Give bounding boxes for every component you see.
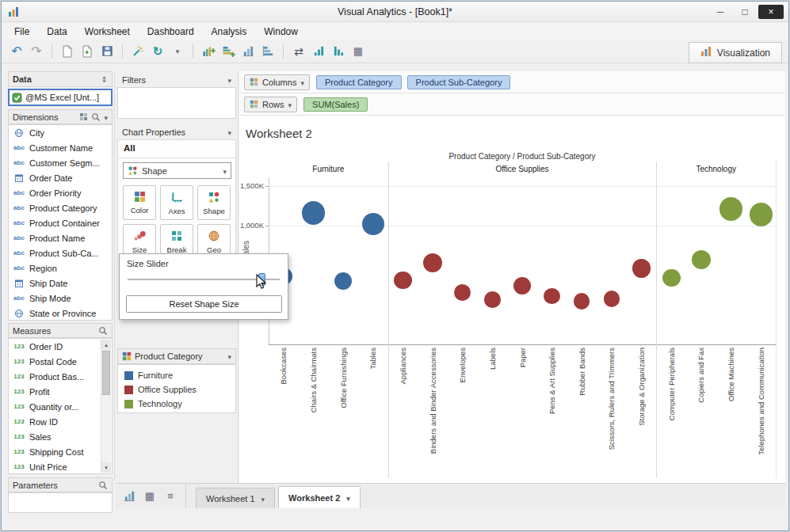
dimension-item[interactable]: abcProduct Sub-Ca... [9,245,112,260]
measures-scrollbar[interactable] [101,340,111,473]
hierarchy-icon[interactable] [79,112,88,121]
wand-icon[interactable] [129,43,147,60]
new-file-icon[interactable] [59,43,76,60]
mark-circle[interactable] [334,272,352,290]
menu-data[interactable]: Data [47,26,67,37]
mark-circle[interactable] [362,213,384,235]
menu-dashboard[interactable]: Dashboard [147,26,194,37]
color-tile-button[interactable]: Color [123,185,156,220]
barchart-icon[interactable] [122,489,136,504]
dimension-item[interactable]: abcProduct Category [9,200,112,215]
mark-circle[interactable] [632,259,651,278]
mark-circle[interactable] [423,253,442,272]
shape-tile-button[interactable]: Shape [197,185,231,220]
legend-header[interactable]: Product Category [117,348,236,364]
mark-circle[interactable] [302,201,325,224]
dimension-item[interactable]: abcOrder Priority [9,185,112,200]
mark-circle[interactable] [719,197,743,221]
mark-circle[interactable] [574,293,590,309]
mark-circle[interactable] [692,250,712,270]
chevron-down-icon[interactable] [261,494,265,504]
caret-icon[interactable]: ▾ [169,43,186,60]
menu-analysis[interactable]: Analysis [212,26,247,37]
redo-icon[interactable]: ↷ [28,43,45,60]
reset-shape-size-button[interactable]: Reset Shape Size [126,295,282,313]
dimension-item[interactable]: abcRegion [9,260,112,276]
mark-circle[interactable] [544,288,560,305]
sort-desc-icon[interactable] [330,43,347,60]
chevron-down-icon[interactable] [346,493,350,503]
search-icon[interactable] [91,112,101,122]
close-button[interactable]: × [758,5,784,19]
scroll-down-button[interactable] [101,462,111,473]
scroll-thumb[interactable] [102,351,110,395]
dimension-item[interactable]: abcProduct Name [9,230,112,245]
shelf-pill[interactable]: Product Sub-Category [407,75,511,89]
dimension-item[interactable]: Ship Date [9,276,112,291]
refresh-icon[interactable]: ↻ [149,43,166,60]
colchart-icon[interactable] [259,43,277,60]
list-icon[interactable]: ≡ [163,489,177,504]
grid-icon[interactable]: ▦ [143,489,157,504]
dimension-item[interactable]: City [9,125,112,140]
colchart-add-icon[interactable] [219,43,237,60]
dimensions-header[interactable]: Dimensions [8,109,113,124]
measure-item[interactable]: 123Shipping Cost [9,444,101,459]
mark-circle[interactable] [484,291,501,308]
minimize-button[interactable]: ─ [709,5,731,19]
title-bar[interactable]: Visual Analytics - [Book1]* ─□× [2,2,788,22]
dimension-item[interactable]: abcCustomer Segm... [9,155,112,170]
measure-item[interactable]: 123Product Bas... [9,369,101,384]
legend-item[interactable]: Furniture [118,368,235,382]
menu-worksheet[interactable]: Worksheet [85,26,130,37]
rowchart-add-icon[interactable] [200,43,217,60]
measure-item[interactable]: 123Sales [9,429,101,444]
undo-icon[interactable]: ↶ [8,43,25,60]
mark-circle[interactable] [394,272,411,289]
search-icon[interactable] [98,326,108,336]
measures-header[interactable]: Measures [8,323,113,338]
axes-tile-button[interactable]: Axes [160,185,193,220]
dimension-item[interactable]: State or Province [9,306,112,321]
legend-item[interactable]: Office Supplies [118,382,235,397]
visualization-toggle[interactable]: Visualization [689,42,782,63]
shelf-pill[interactable]: Product Category [316,75,402,89]
measure-item[interactable]: 123Postal Code [9,354,101,369]
menu-file[interactable]: File [14,26,29,37]
filters-header[interactable]: Filters [117,73,236,87]
sheet-tab[interactable]: Worksheet 2 [278,486,361,508]
dimension-item[interactable]: abcShip Mode [9,291,112,306]
barchart-icon[interactable] [239,43,257,60]
sheet-tab[interactable]: Worksheet 1 [196,488,275,508]
dimension-item[interactable]: abcProduct Container [9,215,112,230]
scroll-up-button[interactable] [101,340,111,350]
sort-updown-icon[interactable] [101,74,108,84]
measure-item[interactable]: 123Order ID [9,339,101,354]
shelf-pill[interactable]: SUM(Sales) [303,97,368,112]
import-icon[interactable] [78,43,96,60]
rows-button[interactable]: Rows [244,97,297,112]
dimension-item[interactable]: abcCustomer Name [9,140,112,155]
chart-properties-header[interactable]: Chart Properties [117,125,236,139]
chevron-down-icon[interactable] [227,127,231,137]
grid-icon[interactable]: ▦ [349,43,367,60]
measure-item[interactable]: 123Row ID [9,414,101,429]
dimension-item[interactable]: Order Date [9,170,112,185]
search-icon[interactable] [98,481,108,490]
legend-item[interactable]: Technology [118,397,235,411]
mark-circle[interactable] [662,269,681,287]
measure-item[interactable]: 123Quantity or... [9,399,101,414]
measure-item[interactable]: 123Unit Price [9,459,101,474]
mark-circle[interactable] [513,277,531,294]
parameters-header[interactable]: Parameters [8,477,113,492]
data-panel-header[interactable]: Data [8,71,113,87]
data-source-item[interactable]: @MS Excel [Unt...] [8,89,113,106]
chevron-down-icon[interactable] [227,75,231,85]
measure-item[interactable]: 123Profit [9,384,101,399]
columns-button[interactable]: Columns [244,74,310,90]
chevron-down-icon[interactable] [104,112,108,122]
mark-circle[interactable] [454,284,471,301]
maximize-button[interactable]: □ [734,5,756,19]
mark-circle[interactable] [604,291,620,307]
mark-type-dropdown[interactable]: Shape [123,162,231,179]
